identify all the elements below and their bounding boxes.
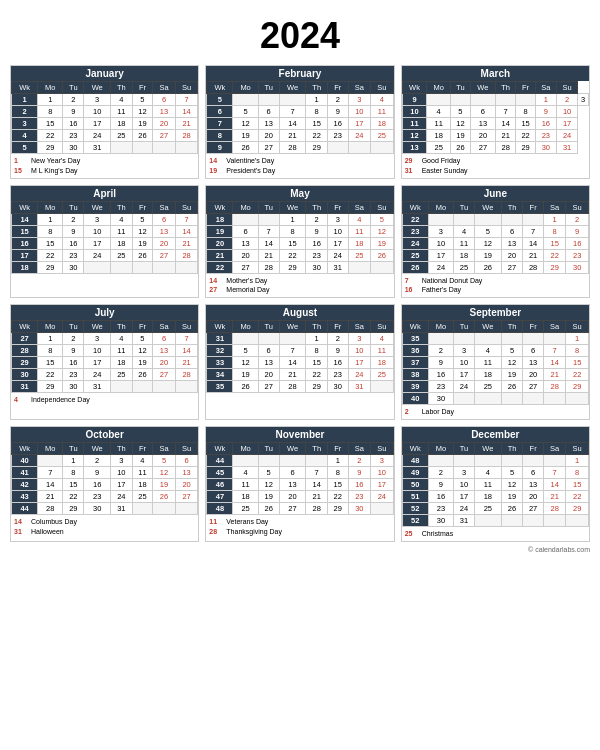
table-cell: 1	[535, 94, 556, 106]
table-row: 2624252627282930	[402, 261, 588, 273]
table-cell: 18	[427, 130, 451, 142]
month-block-january: JanuaryWkMoTuWeThFrSaSu11234567289101112…	[10, 65, 199, 179]
table-cell: 4	[427, 106, 451, 118]
table-cell: 25	[474, 502, 501, 514]
table-cell	[371, 261, 394, 273]
col-header-th: Th	[306, 201, 328, 213]
table-cell: 8	[38, 345, 63, 357]
table-cell	[543, 393, 566, 405]
table-cell: 21	[207, 249, 233, 261]
holidays-list: 25Christmas	[402, 527, 589, 541]
table-cell	[474, 454, 501, 466]
table-cell	[428, 213, 453, 225]
table-cell: 8	[279, 225, 306, 237]
table-cell: 28	[496, 142, 516, 154]
table-cell: 12	[501, 478, 523, 490]
table-cell: 17	[348, 357, 371, 369]
table-cell: 19	[233, 130, 258, 142]
col-header-we: We	[474, 201, 501, 213]
table-cell: 7	[279, 345, 306, 357]
table-cell: 52	[402, 502, 428, 514]
table-cell: 11	[111, 225, 133, 237]
holiday-item: 14Mother's Day	[209, 276, 390, 286]
table-cell: 5	[371, 213, 394, 225]
table-cell: 12	[474, 237, 501, 249]
month-header: May	[206, 186, 393, 201]
col-header-sa: Sa	[543, 201, 566, 213]
table-cell: 5	[474, 225, 501, 237]
table-cell: 47	[207, 490, 233, 502]
table-row: 1615161718192021	[12, 237, 198, 249]
table-cell: 2	[327, 333, 348, 345]
table-cell: 19	[501, 369, 523, 381]
table-cell: 17	[12, 249, 38, 261]
table-cell: 19	[258, 490, 279, 502]
table-cell: 7	[207, 118, 233, 130]
holiday-item: 11Veterans Day	[209, 517, 390, 527]
table-row: 3022232425262728	[12, 369, 198, 381]
table-cell: 10	[84, 345, 111, 357]
table-cell: 6	[258, 345, 279, 357]
table-row: 3312131415161718	[207, 357, 393, 369]
table-cell: 11	[474, 357, 501, 369]
table-cell: 1	[306, 94, 328, 106]
table-cell: 7	[543, 345, 566, 357]
holiday-item: 15M L King's Day	[14, 166, 195, 176]
table-cell: 9	[327, 106, 348, 118]
table-row: 2212	[402, 213, 588, 225]
table-cell: 30	[348, 502, 371, 514]
table-cell: 17	[454, 490, 475, 502]
table-cell: 15	[516, 118, 535, 130]
table-cell	[153, 502, 176, 514]
table-cell	[233, 333, 258, 345]
table-cell: 28	[306, 502, 328, 514]
table-cell	[474, 393, 501, 405]
table-cell: 26	[451, 142, 471, 154]
table-row: 4214151617181920	[12, 478, 198, 490]
table-cell: 6	[153, 94, 176, 106]
table-cell: 3	[327, 213, 348, 225]
table-cell: 15	[63, 478, 84, 490]
col-header-tu: Tu	[454, 201, 475, 213]
table-cell: 5	[258, 466, 279, 478]
table-cell: 7	[543, 466, 566, 478]
table-cell: 6	[175, 454, 198, 466]
table-cell: 3	[111, 454, 133, 466]
table-cell: 25	[427, 142, 451, 154]
table-cell: 24	[402, 237, 428, 249]
table-cell	[470, 94, 495, 106]
table-cell: 11	[233, 478, 258, 490]
table-cell: 18	[474, 369, 501, 381]
table-cell: 24	[327, 249, 348, 261]
holiday-name: Columbus Day	[31, 517, 77, 527]
table-cell	[111, 261, 133, 273]
table-cell	[306, 454, 328, 466]
table-cell	[175, 502, 198, 514]
table-cell: 30	[63, 142, 84, 154]
table-cell: 29	[306, 142, 328, 154]
table-cell: 31	[327, 261, 348, 273]
holidays-list: 4Independence Day	[11, 393, 198, 407]
table-cell	[371, 142, 394, 154]
table-cell	[233, 213, 258, 225]
table-cell: 20	[258, 130, 279, 142]
table-cell: 37	[402, 357, 428, 369]
table-cell: 28	[279, 142, 306, 154]
table-row: 196789101112	[207, 225, 393, 237]
table-cell: 30	[428, 393, 453, 405]
table-cell: 3	[84, 213, 111, 225]
table-cell: 1	[63, 454, 84, 466]
table-cell: 35	[402, 333, 428, 345]
table-cell: 7	[175, 213, 198, 225]
month-table: WkMoTuWeThFrSaSu481492345678509101112131…	[402, 442, 589, 527]
table-cell	[279, 333, 306, 345]
col-header-sa: Sa	[153, 321, 176, 333]
table-cell: 18	[454, 249, 475, 261]
table-cell: 17	[84, 237, 111, 249]
table-cell: 29	[38, 381, 63, 393]
col-header-su: Su	[371, 321, 394, 333]
table-cell: 25	[371, 369, 394, 381]
table-cell: 12	[132, 106, 153, 118]
table-cell: 8	[38, 225, 63, 237]
table-cell: 29	[63, 502, 84, 514]
